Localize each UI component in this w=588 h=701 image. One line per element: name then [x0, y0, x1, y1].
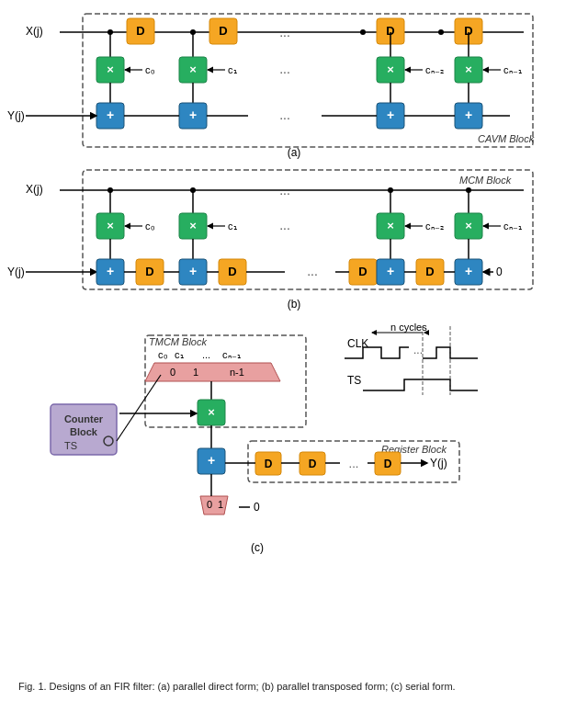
- svg-text:c₁: c₁: [228, 220, 237, 232]
- svg-text:D: D: [265, 458, 273, 470]
- svg-text:+: +: [465, 264, 472, 278]
- svg-text:cₙ₋₂: cₙ₋₂: [425, 64, 444, 75]
- svg-point-7: [438, 29, 444, 35]
- svg-text:...: ...: [349, 457, 359, 470]
- svg-text:c₀: c₀: [158, 349, 168, 360]
- svg-text:+: +: [107, 107, 114, 122]
- svg-text:+: +: [465, 107, 472, 122]
- svg-text:×: ×: [465, 62, 472, 76]
- svg-text:+: +: [387, 264, 394, 278]
- svg-text:D: D: [219, 24, 227, 38]
- svg-text:×: ×: [208, 405, 215, 419]
- svg-text:+: +: [189, 107, 197, 122]
- svg-text:×: ×: [387, 62, 394, 76]
- svg-text:...: ...: [279, 25, 290, 40]
- svg-text:0: 0: [254, 501, 260, 514]
- diagram-svg: CAVM Block X(j) D D ... D D × ×: [0, 0, 588, 701]
- svg-text:Y(j): Y(j): [7, 266, 25, 278]
- svg-text:Y(j): Y(j): [7, 109, 25, 122]
- svg-text:D: D: [425, 265, 434, 278]
- svg-text:Y(j): Y(j): [430, 457, 447, 469]
- svg-text:1: 1: [193, 367, 198, 378]
- page: CAVM Block X(j) D D ... D D × ×: [0, 0, 588, 701]
- svg-text:X(j): X(j): [26, 183, 43, 196]
- svg-text:+: +: [208, 453, 215, 468]
- svg-text:0: 0: [207, 499, 212, 510]
- svg-text:...: ...: [279, 62, 290, 76]
- svg-text:+: +: [189, 264, 197, 278]
- svg-text:TS: TS: [347, 374, 361, 387]
- svg-text:1: 1: [218, 499, 223, 510]
- svg-text:×: ×: [107, 62, 114, 76]
- svg-text:0: 0: [496, 266, 503, 278]
- svg-text:c₀: c₀: [145, 64, 155, 75]
- svg-text:Counter: Counter: [64, 413, 104, 424]
- svg-text:D: D: [136, 24, 144, 38]
- svg-text:×: ×: [465, 219, 472, 232]
- svg-text:×: ×: [387, 219, 394, 232]
- svg-text:+: +: [387, 107, 394, 122]
- svg-text:D: D: [358, 265, 367, 278]
- svg-text:D: D: [228, 265, 236, 278]
- svg-text:CAVM Block: CAVM Block: [478, 133, 535, 144]
- svg-text:×: ×: [189, 219, 197, 232]
- svg-text:n cycles: n cycles: [390, 322, 427, 333]
- figure-caption: Fig. 1. Designs of an FIR filter: (a) pa…: [18, 680, 570, 694]
- svg-text:n-1: n-1: [230, 367, 244, 378]
- svg-text:(c): (c): [251, 541, 264, 554]
- svg-text:D: D: [309, 458, 317, 470]
- svg-text:...: ...: [279, 218, 290, 232]
- svg-line-168: [117, 375, 161, 441]
- svg-text:0: 0: [170, 367, 175, 378]
- svg-text:c₁: c₁: [175, 349, 184, 360]
- svg-text:×: ×: [189, 62, 197, 76]
- svg-text:...: ...: [307, 264, 318, 278]
- svg-text:MCM Block: MCM Block: [459, 175, 512, 186]
- svg-text:c₁: c₁: [228, 64, 237, 75]
- svg-text:Block: Block: [70, 426, 98, 437]
- svg-text:cₙ₋₁: cₙ₋₁: [503, 220, 522, 232]
- svg-marker-157: [200, 496, 228, 514]
- svg-text:cₙ₋₁: cₙ₋₁: [503, 64, 522, 75]
- svg-marker-130: [145, 363, 280, 381]
- svg-text:X(j): X(j): [26, 25, 43, 38]
- svg-text:c₀: c₀: [145, 220, 155, 232]
- svg-text:×: ×: [107, 219, 114, 232]
- svg-text:(a): (a): [288, 146, 301, 159]
- svg-text:cₙ₋₂: cₙ₋₂: [425, 220, 444, 232]
- svg-text:...: ...: [202, 349, 210, 360]
- svg-point-6: [360, 29, 366, 35]
- svg-text:CLK: CLK: [347, 337, 368, 350]
- svg-text:...: ...: [279, 107, 290, 122]
- svg-text:TMCM Block: TMCM Block: [149, 336, 207, 347]
- svg-text:cₙ₋₁: cₙ₋₁: [222, 349, 241, 360]
- svg-text:+: +: [107, 264, 114, 278]
- svg-text:...: ...: [279, 183, 290, 198]
- svg-text:...: ...: [413, 344, 423, 356]
- svg-text:D: D: [384, 458, 392, 470]
- svg-text:TS: TS: [64, 440, 77, 451]
- svg-text:(b): (b): [288, 298, 301, 311]
- svg-text:D: D: [145, 265, 153, 278]
